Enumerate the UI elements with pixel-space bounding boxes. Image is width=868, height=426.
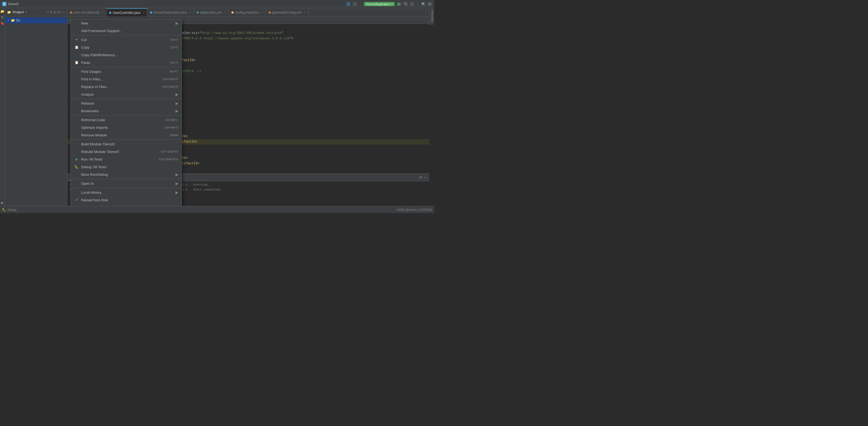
ctx-sep-2 — [71, 67, 182, 67]
sidebar-add-btn[interactable]: + — [47, 10, 49, 14]
ctx-sep-3 — [71, 98, 182, 99]
panel-settings-btn[interactable]: ⚙ — [419, 175, 422, 179]
sidebar-close-btn[interactable]: — — [62, 10, 65, 14]
ctx-cut[interactable]: ✂ Cut Ctrl+X — [71, 36, 182, 44]
sidebar: 📁 Project ▾ + ⇅ ⊟ ⚙ — ▼ 📁 De — [5, 8, 67, 206]
tree-item-root[interactable]: ▼ 📁 De — [5, 18, 67, 23]
tab-dot-generatorconfig — [269, 11, 271, 13]
tab-configprops[interactable]: config.properties × — [229, 8, 266, 17]
ctx-bookmarks[interactable]: Bookmarks ▶ — [71, 107, 182, 115]
ctx-refactor-icon — [74, 101, 79, 106]
sidebar-settings-btn[interactable]: ⚙ — [58, 10, 61, 14]
tab-label-generatorconfig: generatorConfig.xml — [272, 10, 302, 15]
ctx-cut-icon: ✂ — [74, 37, 79, 42]
tab-more-btn[interactable]: ⋮ — [424, 10, 427, 14]
ctx-refactor[interactable]: Refactor ▶ — [71, 100, 182, 107]
status-debug-icon[interactable]: 🐛 — [2, 208, 6, 211]
sidebar-collapse-btn[interactable]: ⊟ — [54, 10, 56, 14]
run-dropdown-icon: ▾ — [391, 2, 393, 5]
folder-icon: 📁 — [7, 10, 11, 14]
ctx-open-in[interactable]: Open In ▶ — [71, 179, 182, 187]
tab-close-appyml[interactable]: × — [224, 11, 226, 14]
database-bar[interactable]: Database — [429, 8, 434, 25]
database-label: Database — [430, 9, 434, 24]
tab-usercontroller[interactable]: UserController.java × — [106, 8, 147, 17]
tab-generatorconfig[interactable]: generatorConfig.xml × — [266, 8, 309, 17]
ctx-optimize-imports[interactable]: Optimize Imports Ctrl+Alt+O — [71, 123, 182, 131]
ctx-copy-path-icon — [74, 52, 79, 57]
tab-label-configprops: config.properties — [235, 10, 259, 15]
ctx-copy[interactable]: 📋 Copy Ctrl+C — [71, 44, 182, 51]
ctx-reformat-icon — [74, 117, 79, 122]
tab-appyml[interactable]: application.yml × — [194, 8, 229, 17]
tab-label-appyml: application.yml — [200, 10, 222, 15]
ctx-copy-path[interactable]: Copy Path/Reference... — [71, 51, 182, 59]
run-btn[interactable]: ▶ — [397, 2, 401, 6]
title-bar: D Demo5 👤 ← Demo5Application ▾ ▶ 🔨 ⋯ 🔍 ⬆ — [0, 0, 434, 8]
profile-btn[interactable]: 👤 — [346, 2, 350, 6]
tab-close-generatorconfig[interactable]: × — [304, 11, 306, 14]
ctx-analyze-icon — [74, 92, 79, 97]
tab-close-pom[interactable]: × — [102, 11, 103, 14]
sidebar-tree-scroll[interactable]: ▼ 📁 De — [5, 16, 67, 206]
tab-dot-configprops — [231, 11, 234, 13]
panel-close-btn[interactable]: — — [424, 175, 427, 179]
ctx-find-in-files-icon — [74, 77, 79, 82]
ctx-more-run-debug[interactable]: More Run/Debug ▶ — [71, 171, 182, 178]
ctx-compare-with[interactable]: Compare With... Ctrl+D — [71, 204, 182, 206]
ctx-remove-module[interactable]: Remove Module Delete — [71, 131, 182, 139]
tab-close-usercontroller[interactable]: × — [143, 11, 144, 14]
bookmark-icon[interactable]: 🔖 — [0, 21, 5, 26]
run-config-btn[interactable]: Demo5Application ▾ — [364, 2, 395, 6]
sidebar-tree: ▼ 📁 De — [5, 16, 67, 24]
ctx-analyze[interactable]: Analyze ▶ — [71, 90, 182, 98]
sidebar-scroll-btn[interactable]: ⇅ — [50, 10, 53, 14]
ctx-reload-from-disk[interactable]: ↺ Reload from Disk — [71, 196, 182, 204]
ctx-local-history[interactable]: Local History ▶ — [71, 189, 182, 196]
ctx-new[interactable]: New ▶ — [71, 19, 182, 27]
ctx-paste[interactable]: 📋 Paste Ctrl+V — [71, 59, 182, 66]
ctx-optimize-icon — [74, 125, 79, 130]
tab-bar-right: ⋮ — [424, 8, 429, 17]
tab-dot-usercontroller — [109, 12, 111, 14]
search-everywhere-btn[interactable]: 🔍 — [421, 2, 426, 6]
ctx-debug-all-tests[interactable]: 🐛 Debug 'All Tests' — [71, 163, 182, 171]
ctx-more-run-icon — [74, 172, 79, 177]
tab-dot-pom — [70, 11, 72, 13]
tab-bar: pom.xml (Demo5) × UserController.java × … — [67, 8, 429, 17]
ctx-build-module[interactable]: Build Module 'Demo5' — [71, 140, 182, 148]
build-btn[interactable]: 🔨 — [403, 2, 408, 6]
ctx-more-run-arrow: ▶ — [176, 172, 178, 177]
ctx-add-framework[interactable]: Add Framework Support... — [71, 27, 182, 34]
tree-root-label: De — [16, 18, 20, 23]
ctx-compare-icon — [74, 205, 79, 206]
tab-dot-demo5app — [150, 11, 152, 13]
ctx-reformat-code[interactable]: Reformat Code Ctrl+Alt+L — [71, 116, 182, 123]
sidebar-dropdown-icon[interactable]: ▾ — [26, 10, 27, 13]
back-btn[interactable]: ← — [353, 2, 357, 6]
ctx-open-in-icon — [74, 181, 79, 186]
tab-close-demo5app[interactable]: × — [189, 11, 191, 14]
tab-pom[interactable]: pom.xml (Demo5) × — [67, 8, 106, 17]
tab-close-configprops[interactable]: × — [261, 11, 263, 14]
ctx-find-usages[interactable]: Find Usages Alt+F7 — [71, 68, 182, 75]
ctx-replace-in-files[interactable]: Replace in Files... Ctrl+Shift+R — [71, 83, 182, 90]
status-right-text: CSDN @weixin_47272534 — [396, 208, 432, 211]
ctx-debug-tests-icon: 🐛 — [74, 164, 79, 169]
context-menu[interactable]: New ▶ Add Framework Support... ✂ Cut Ctr… — [70, 19, 182, 206]
ctx-new-arrow: ▶ — [176, 21, 178, 25]
run-icon[interactable]: ▶ — [0, 200, 5, 205]
ctx-rebuild-module[interactable]: Rebuild Module 'Demo5' Ctrl+Shift+F9 — [71, 148, 182, 155]
tab-demo5app[interactable]: Demo5Application.java × — [147, 8, 194, 17]
ctx-find-in-files[interactable]: Find in Files... Ctrl+Shift+F — [71, 75, 182, 83]
ctx-sep-1 — [71, 35, 182, 35]
structure-icon[interactable]: ⚙ — [0, 15, 5, 20]
tab-dot-appyml — [197, 11, 199, 13]
ctx-replace-in-files-icon — [74, 84, 79, 89]
update-btn[interactable]: ⬆ — [428, 2, 432, 6]
project-icon[interactable]: 📁 — [0, 9, 5, 13]
app-title: Demo5 — [8, 2, 19, 6]
ctx-run-all-tests[interactable]: ▶ Run 'All Tests' Ctrl+Shift+F10 — [71, 155, 182, 163]
ctx-run-tests-icon: ▶ — [74, 157, 79, 162]
more-actions-btn[interactable]: ⋯ — [410, 2, 414, 6]
